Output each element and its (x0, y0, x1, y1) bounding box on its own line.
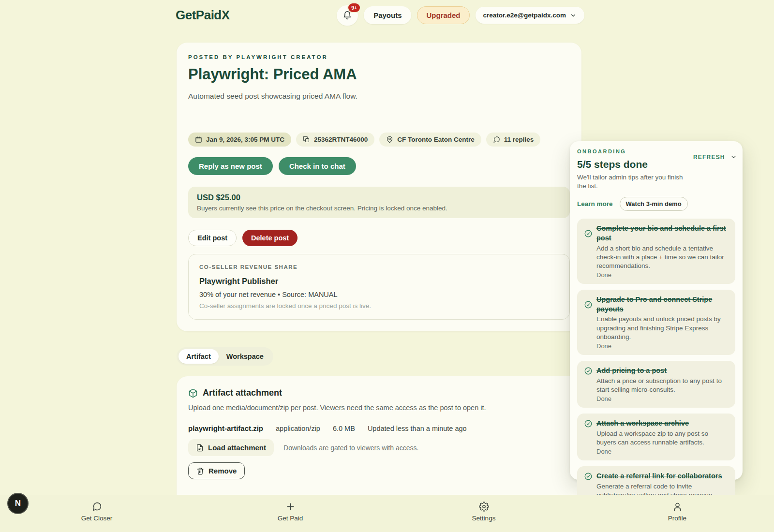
trash-icon (196, 467, 204, 475)
onboarding-step-list: Complete your bio and schedule a first p… (577, 219, 735, 513)
tab-artifact[interactable]: Artifact (179, 349, 219, 364)
load-attachment-button[interactable]: Load attachment (188, 439, 274, 456)
onboarding-refresh-button[interactable]: REFRESH (693, 153, 737, 161)
onboarding-step-bio[interactable]: Complete your bio and schedule a first p… (577, 219, 735, 284)
chat-bubble-icon (92, 502, 102, 512)
document-icon (196, 444, 204, 452)
edit-post-button[interactable]: Edit post (188, 230, 237, 246)
onboarding-eyebrow: ONBOARDING (577, 148, 693, 154)
notification-count-badge: 9+ (347, 2, 361, 13)
onboarding-step-upgrade[interactable]: Upgrade to Pro and connect Stripe payout… (577, 290, 735, 355)
onboarding-subtitle: We'll tailor admin tips after you finish… (577, 173, 693, 191)
payouts-button[interactable]: Payouts (364, 6, 411, 24)
author-name: PLAYWRIGHT CREATOR (236, 54, 327, 60)
co-seller-terms: 30% of your net revenue • Source: MANUAL (199, 291, 559, 298)
replies-chip: 11 replies (486, 133, 541, 147)
step-status: Done (596, 342, 729, 350)
check-in-to-chat-button[interactable]: Check in to chat (279, 157, 356, 175)
attachment-file-row: playwright-artifact.zip application/zip … (188, 424, 570, 432)
price-box: USD $25.00 Buyers currently see this pri… (188, 187, 570, 218)
attachment-file-mime: application/zip (276, 425, 320, 432)
calendar-icon (195, 136, 202, 143)
dev-tools-badge[interactable]: N (7, 493, 29, 514)
learn-more-link[interactable]: Learn more (577, 200, 613, 207)
notifications-button[interactable]: 9+ (337, 5, 358, 26)
gear-icon (479, 502, 489, 512)
person-icon (672, 502, 683, 512)
co-seller-name: Playwright Publisher (199, 277, 559, 286)
account-email: creator.e2e@getpaidx.com (483, 12, 566, 19)
download-gated-note: Downloads are gated to viewers with acce… (283, 444, 418, 452)
account-menu-button[interactable]: creator.e2e@getpaidx.com (476, 7, 585, 24)
chat-bubble-icon (493, 136, 500, 143)
post-id-chip[interactable]: 25362RTNT46000 (296, 133, 374, 147)
artifact-attachment-card: Artifact attachment Upload one media/doc… (177, 376, 581, 495)
co-seller-card: CO-SELLER REVENUE SHARE Playwright Publi… (188, 254, 570, 320)
app-header: GetPaidX 9+ Payouts Upgraded creator.e2e… (0, 0, 774, 30)
package-icon (188, 388, 198, 398)
attachment-file-updated: Updated less than a minute ago (368, 425, 467, 432)
delete-post-button[interactable]: Delete post (242, 230, 298, 246)
co-seller-label: CO-SELLER REVENUE SHARE (199, 264, 559, 270)
location-chip: CF Toronto Eaton Centre (379, 133, 481, 147)
plus-icon (285, 502, 296, 512)
onboarding-step-pricing[interactable]: Add pricing to a post Attach a price or … (577, 361, 735, 408)
brand-logo: GetPaidX (176, 8, 230, 23)
nav-profile[interactable]: Profile (580, 495, 774, 532)
attachment-file-size: 6.0 MB (333, 425, 355, 432)
chevron-down-icon (570, 12, 577, 19)
posted-by-eyebrow: POSTED BY PLAYWRIGHT CREATOR (188, 54, 570, 60)
post-description: Automated seed post showcasing priced AM… (188, 92, 570, 101)
co-seller-note: Co-seller assignments are locked once a … (199, 302, 559, 310)
chevron-down-icon[interactable] (730, 153, 737, 161)
artifact-section-title: Artifact attachment (203, 388, 282, 398)
nav-get-paid[interactable]: Get Paid (194, 495, 387, 532)
post-card: POSTED BY PLAYWRIGHT CREATOR Playwright:… (177, 43, 581, 331)
onboarding-step-workspace[interactable]: Attach a workspace archive Upload a work… (577, 414, 735, 460)
watch-demo-button[interactable]: Watch 3-min demo (620, 197, 688, 211)
onboarding-panel: ONBOARDING 5/5 steps done We'll tailor a… (570, 141, 743, 480)
nav-settings[interactable]: Settings (387, 495, 580, 532)
post-meta-chips: Jan 9, 2026, 3:05 PM UTC 25362RTNT46000 … (188, 133, 570, 147)
step-status: Done (596, 395, 729, 402)
attachment-tabs: Artifact Workspace (177, 347, 273, 366)
artifact-section-description: Upload one media/document/zip per post. … (188, 404, 570, 412)
price-amount: USD $25.00 (197, 193, 561, 202)
location-pin-icon (386, 136, 393, 143)
tab-workspace[interactable]: Workspace (219, 349, 271, 364)
onboarding-steps-count: 5/5 steps done (577, 159, 693, 170)
price-note: Buyers currently see this price on the c… (197, 205, 561, 212)
attachment-file-name: playwright-artifact.zip (188, 424, 263, 432)
post-title: Playwright: Priced AMA (188, 66, 570, 83)
check-circle-icon (584, 472, 596, 481)
check-circle-icon (584, 367, 596, 375)
step-status: Done (596, 271, 729, 279)
remove-attachment-button[interactable]: Remove (188, 462, 245, 479)
datetime-chip: Jan 9, 2026, 3:05 PM UTC (188, 133, 291, 147)
check-circle-icon (584, 229, 596, 238)
step-status: Done (596, 448, 729, 455)
copy-icon (303, 136, 310, 143)
bottom-navigation: Get Closer Get Paid Settings Profile (0, 495, 774, 532)
nav-get-closer[interactable]: Get Closer (0, 495, 194, 532)
reply-as-new-post-button[interactable]: Reply as new post (188, 157, 273, 175)
check-circle-icon (584, 419, 596, 428)
upgraded-badge: Upgraded (417, 6, 469, 24)
check-circle-icon (584, 300, 596, 309)
